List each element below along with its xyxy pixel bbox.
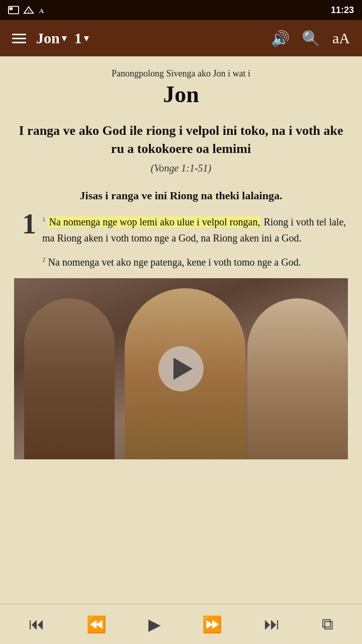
bottom-bar: ⏮ ⏪ ▶ ⏩ ⏭ ⧉ (0, 604, 362, 644)
svg-text:!: ! (28, 9, 29, 14)
skip-back-button[interactable]: ⏮ (29, 615, 45, 633)
menu-button[interactable] (8, 30, 30, 47)
book-title-main: Jon (14, 81, 348, 108)
section-heading: I ranga ve ako God ile riong i velpol in… (14, 122, 348, 158)
section-ref: (Vonge 1:1-51) (14, 163, 348, 174)
fast-forward-button[interactable]: ⏩ (202, 615, 222, 634)
notification-icon: A (38, 6, 49, 15)
status-bar: ! A 11:23 (0, 0, 362, 20)
verse-2-text: 2 Na nomenga vet ako nge patenga, kene i… (42, 254, 348, 270)
status-time: 11:23 (331, 5, 354, 16)
video-person-right (247, 298, 348, 459)
rewind-button[interactable]: ⏪ (86, 615, 107, 634)
font-button[interactable]: aA (328, 26, 354, 51)
skip-forward-button[interactable]: ⏭ (264, 615, 280, 633)
verse-1-highlighted: Na nomenga nge wop lemi ako ulue i velpo… (48, 216, 261, 227)
picture-icon (8, 6, 19, 15)
chapter-dropdown-arrow: ▾ (84, 33, 88, 44)
book-title-sub: Panongpolong Sivenga ako Jon i wat i (14, 68, 348, 79)
chapter-selector[interactable]: 1 ▾ (74, 30, 88, 47)
play-triangle-icon (173, 358, 193, 380)
book-selector[interactable]: Jon ▾ (36, 30, 66, 47)
video-player[interactable] (14, 278, 348, 459)
verse-1-sup: 1 (42, 215, 46, 223)
verse-1-text: 1 Na nomenga nge wop lemi ako ulue i vel… (42, 214, 348, 246)
play-button[interactable] (158, 346, 204, 391)
video-person-left (24, 298, 115, 459)
toolbar: Jon ▾ 1 ▾ 🔊 🔍 aA (0, 20, 362, 56)
svg-text:A: A (39, 8, 44, 15)
status-icons: ! A (8, 6, 49, 15)
sub-heading: Jisas i ranga ve ini Riong na theki lala… (14, 188, 348, 204)
verse-1-big-num: 1 (14, 210, 36, 238)
chapter-label: 1 (74, 30, 82, 47)
verse-2-sup: 2 (42, 256, 46, 263)
verse-2-block: 2 Na nomenga vet ako nge patenga, kene i… (14, 254, 348, 270)
sound-button[interactable]: 🔊 (267, 26, 294, 51)
search-button[interactable]: 🔍 (298, 26, 324, 51)
svg-rect-1 (10, 8, 13, 11)
book-dropdown-arrow: ▾ (62, 33, 66, 44)
book-label: Jon (36, 30, 60, 47)
share-button[interactable]: ⧉ (322, 615, 333, 633)
verse-1-block: 1 1 Na nomenga nge wop lemi ako ulue i v… (14, 214, 348, 246)
play-pause-button[interactable]: ▶ (148, 615, 161, 634)
warning-icon: ! (23, 6, 34, 15)
content-area: Panongpolong Sivenga ako Jon i wat i Jon… (0, 56, 362, 604)
